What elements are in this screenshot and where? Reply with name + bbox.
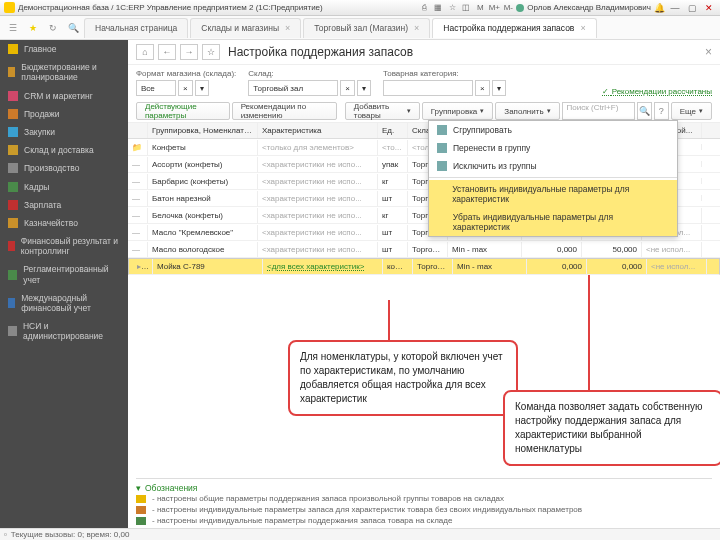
tab-trading[interactable]: Торговый зал (Магазин)× (303, 18, 430, 38)
recommendations-link[interactable]: ✓ Рекомендации рассчитаны (602, 87, 712, 96)
sidebar-item[interactable]: Международный финансовый учет (0, 289, 128, 317)
column-header[interactable]: Группировка, Номенклатура (148, 123, 258, 138)
tab-home[interactable]: Начальная страница (84, 18, 188, 38)
active-params-button[interactable]: Действующие параметры (136, 102, 230, 120)
legend-icon (136, 495, 146, 503)
page-header: ⌂ ← → ☆ Настройка поддержания запасов × (128, 40, 720, 65)
favorite-icon[interactable]: ★ (24, 21, 42, 35)
tab-warehouses[interactable]: Склады и магазины× (190, 18, 301, 38)
close-icon[interactable]: × (580, 23, 585, 33)
page-close-button[interactable]: × (705, 45, 712, 59)
sidebar-label: Бюджетирование и планирование (21, 62, 120, 82)
dropdown-item[interactable]: Перенести в группу (429, 139, 677, 157)
section-icon (8, 326, 17, 336)
move-icon (437, 143, 447, 153)
legend-icon (136, 506, 146, 514)
sklad-clear[interactable]: × (340, 80, 355, 96)
tabs: Начальная страница Склады и магазины× То… (84, 18, 597, 38)
window-title: Демонстрационная база / 1С:ERP Управлени… (18, 3, 416, 12)
user-label[interactable]: Орлов Александр Владимирович (516, 3, 651, 12)
column-header[interactable]: Характеристика (258, 123, 378, 138)
close-icon[interactable]: × (285, 23, 290, 33)
sidebar-item[interactable]: Главное (0, 40, 128, 58)
item-icon: — (132, 177, 140, 186)
sidebar-item[interactable]: Закупки (0, 123, 128, 141)
column-header[interactable] (128, 123, 148, 138)
sidebar-item[interactable]: Зарплата (0, 196, 128, 214)
legend-row: - настроены индивидуальные параметры зап… (136, 504, 712, 515)
column-header[interactable]: Ед. (378, 123, 408, 138)
m-icon[interactable]: M (475, 3, 485, 13)
category-label: Товарная категория: (383, 69, 506, 78)
search-icon[interactable]: 🔍 (64, 21, 82, 35)
sidebar-item[interactable]: Финансовый результат и контроллинг (0, 232, 128, 260)
sidebar-item[interactable]: Регламентированный учет (0, 260, 128, 288)
add-button[interactable]: Добавить товары▾ (345, 102, 420, 120)
category-clear[interactable]: × (475, 80, 490, 96)
sidebar-item[interactable]: Продажи (0, 105, 128, 123)
status-bar: ▫ Текущие вызовы: 0; время: 0,00 (0, 528, 720, 540)
table-row[interactable]: ▸— Мойка С-789 <для всех характеристик> … (128, 258, 720, 275)
fill-button[interactable]: Заполнить▾ (495, 102, 559, 120)
section-icon (8, 44, 18, 54)
home-icon[interactable]: ⌂ (136, 44, 154, 60)
legend-row: - настроены общие параметры поддержания … (136, 493, 712, 504)
m-plus-icon[interactable]: M+ (489, 3, 499, 13)
maximize-button[interactable]: ▢ (685, 2, 699, 14)
forward-button[interactable]: → (180, 44, 198, 60)
history-icon[interactable]: ↻ (44, 21, 62, 35)
section-icon (8, 91, 18, 101)
bell-icon[interactable]: 🔔 (654, 3, 665, 13)
sidebar-label: Производство (24, 163, 79, 173)
sidebar-item[interactable]: Кадры (0, 178, 128, 196)
db-icon[interactable]: ◫ (461, 3, 471, 13)
dropdown-item[interactable]: Установить индивидуальные параметры для … (429, 180, 677, 208)
status-icon: ▫ (4, 530, 7, 539)
dropdown-item[interactable]: Исключить из группы (429, 157, 677, 175)
format-select[interactable]: Все (136, 80, 176, 96)
exclude-icon (437, 161, 447, 171)
item-icon: — (132, 211, 140, 220)
dropdown-item[interactable]: Сгруппировать (429, 121, 677, 139)
sidebar-item[interactable]: Бюджетирование и планирование (0, 58, 128, 86)
star-icon[interactable]: ☆ (447, 3, 457, 13)
menu-icon[interactable]: ☰ (4, 21, 22, 35)
sidebar-label: Продажи (24, 109, 60, 119)
sidebar-item[interactable]: Казначейство (0, 214, 128, 232)
table-row[interactable]: — Масло вологодское <характеристики не и… (128, 241, 720, 258)
close-icon[interactable]: × (414, 23, 419, 33)
close-button[interactable]: ✕ (702, 2, 716, 14)
sklad-dropdown[interactable]: ▾ (357, 80, 371, 96)
sidebar-item[interactable]: Производство (0, 159, 128, 177)
sidebar-item[interactable]: Склад и доставка (0, 141, 128, 159)
sidebar-item[interactable]: НСИ и администрирование (0, 317, 128, 345)
sidebar-item[interactable]: CRM и маркетинг (0, 87, 128, 105)
back-button[interactable]: ← (158, 44, 176, 60)
filter-bar: Формат магазина (склада): Все×▾ Склад: Т… (128, 65, 720, 100)
section-icon (8, 67, 15, 77)
category-dropdown[interactable]: ▾ (492, 80, 506, 96)
category-select[interactable] (383, 80, 473, 96)
more-button[interactable]: Еще▾ (671, 102, 712, 120)
recommendations-button[interactable]: Рекомендации по изменению (232, 102, 337, 120)
sklad-select[interactable]: Торговый зал (248, 80, 338, 96)
sidebar: ГлавноеБюджетирование и планированиеCRM … (0, 40, 128, 528)
section-icon (8, 241, 15, 251)
group-button[interactable]: Группировка▾ (422, 102, 494, 120)
find-button[interactable]: 🔍 (637, 102, 652, 120)
format-clear[interactable]: × (178, 80, 193, 96)
section-icon (8, 109, 18, 119)
dropdown-item[interactable]: Убрать индивидуальные параметры для хара… (429, 208, 677, 236)
print-icon[interactable]: ⎙ (419, 3, 429, 13)
search-input[interactable]: Поиск (Ctrl+F) (562, 102, 636, 120)
sidebar-label: Казначейство (24, 218, 78, 228)
legend-toggle[interactable]: ▾ Обозначения (136, 483, 712, 493)
star-button[interactable]: ☆ (202, 44, 220, 60)
format-dropdown[interactable]: ▾ (195, 80, 209, 96)
m-minus-icon[interactable]: M- (503, 3, 513, 13)
minimize-button[interactable]: — (668, 2, 682, 14)
help-button[interactable]: ? (654, 102, 669, 120)
callout-left: Для номенклатуры, у которой включен учет… (288, 340, 518, 416)
grid-icon[interactable]: ▦ (433, 3, 443, 13)
tab-stock-settings[interactable]: Настройка поддержания запасов× (432, 18, 596, 38)
